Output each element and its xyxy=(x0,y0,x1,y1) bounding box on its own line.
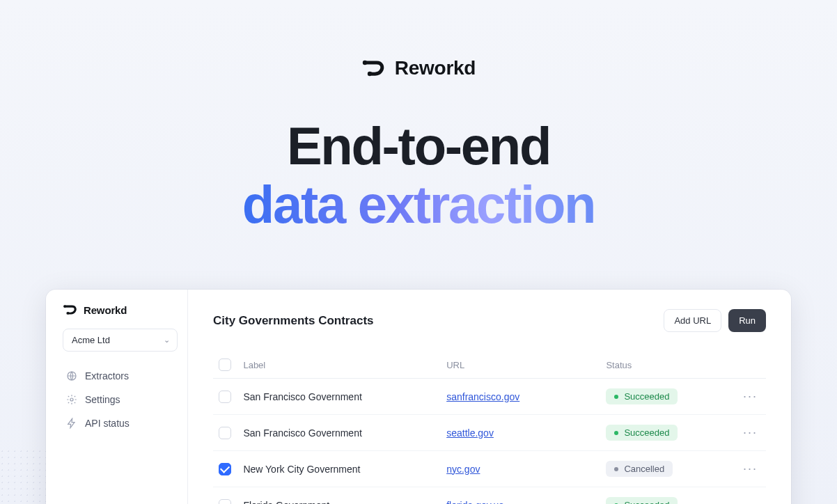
action-buttons: Add URL Run xyxy=(664,309,766,332)
row-label: New York City Government xyxy=(237,451,441,487)
svg-point-5 xyxy=(70,398,73,401)
col-header-status: Status xyxy=(600,352,731,379)
globe-icon xyxy=(65,370,78,382)
sidebar: Reworkd Acme Ltd ⌄ Extractors xyxy=(46,290,188,504)
status-dot-icon xyxy=(614,431,618,435)
row-url-link[interactable]: seattle.gov xyxy=(446,427,494,439)
status-badge: Succeeded xyxy=(606,497,678,504)
svg-point-1 xyxy=(368,72,372,76)
sidebar-item-label: API status xyxy=(85,418,130,429)
row-url-link[interactable]: sanfrancisco.gov xyxy=(446,391,519,402)
app-window: Reworkd Acme Ltd ⌄ Extractors xyxy=(46,290,791,504)
row-checkbox[interactable] xyxy=(219,427,231,439)
row-more-button[interactable]: ··· xyxy=(737,389,760,404)
row-url-link[interactable]: nyc.gov xyxy=(446,464,480,475)
status-dot-icon xyxy=(614,467,618,471)
sidebar-item-extractors[interactable]: Extractors xyxy=(63,364,178,388)
hero: Reworkd End-to-end data extraction xyxy=(0,0,837,233)
row-more-button[interactable]: ··· xyxy=(737,462,760,476)
row-label: San Francisco Government xyxy=(237,379,441,415)
org-select[interactable]: Acme Ltd ⌄ xyxy=(63,329,178,352)
sidebar-logo-icon xyxy=(63,304,78,316)
hero-title-line1: End-to-end xyxy=(287,118,550,174)
nav-list: Extractors Settings API status xyxy=(63,364,178,435)
row-checkbox[interactable] xyxy=(219,499,231,505)
sidebar-item-label: Settings xyxy=(85,394,120,405)
row-label: San Francisco Government xyxy=(237,415,441,451)
row-label: Florida Government xyxy=(237,487,441,505)
status-text: Succeeded xyxy=(624,500,669,504)
brand-name: Reworkd xyxy=(395,57,476,79)
data-table: Label URL Status San Francisco Governmen… xyxy=(213,352,766,504)
col-header-actions xyxy=(731,352,766,379)
sidebar-item-api-status[interactable]: API status xyxy=(63,411,178,435)
row-checkbox[interactable] xyxy=(219,463,231,475)
chevron-down-icon: ⌄ xyxy=(164,336,170,345)
row-more-button[interactable]: ··· xyxy=(737,425,760,440)
main-header: City Governments Contracts Add URL Run xyxy=(213,309,766,332)
hero-title-line2: data extraction xyxy=(242,177,595,233)
select-all-checkbox[interactable] xyxy=(219,359,231,371)
row-checkbox[interactable] xyxy=(219,391,231,403)
table-row: New York City Governmentnyc.govCancelled… xyxy=(213,451,766,487)
bolt-icon xyxy=(65,417,78,430)
sidebar-item-label: Extractors xyxy=(85,370,129,381)
sidebar-brand: Reworkd xyxy=(63,304,178,316)
brand-logo-icon xyxy=(361,58,386,78)
add-url-button[interactable]: Add URL xyxy=(664,309,721,332)
status-badge: Succeeded xyxy=(606,425,678,441)
row-more-button[interactable]: ··· xyxy=(737,498,760,504)
status-badge: Cancelled xyxy=(606,461,673,477)
col-header-label: Label xyxy=(237,352,441,379)
table-row: San Francisco Governmentseattle.govSucce… xyxy=(213,415,766,451)
status-text: Succeeded xyxy=(624,427,669,438)
org-select-value: Acme Ltd xyxy=(72,335,110,345)
status-dot-icon xyxy=(614,395,618,399)
sidebar-item-settings[interactable]: Settings xyxy=(63,388,178,411)
page-title: City Governments Contracts xyxy=(213,314,374,328)
gear-icon xyxy=(65,393,78,406)
row-url-link[interactable]: florida.gov.us xyxy=(446,500,503,505)
svg-point-3 xyxy=(66,312,69,315)
status-text: Succeeded xyxy=(624,391,669,402)
status-text: Cancelled xyxy=(624,464,664,474)
status-badge: Succeeded xyxy=(606,388,678,404)
main-content: City Governments Contracts Add URL Run L… xyxy=(188,290,791,504)
sidebar-brand-name: Reworkd xyxy=(84,304,127,316)
table-row: San Francisco Governmentsanfrancisco.gov… xyxy=(213,379,766,415)
col-header-url: URL xyxy=(441,352,600,379)
table-row: Florida Governmentflorida.gov.usSucceede… xyxy=(213,487,766,505)
brand: Reworkd xyxy=(361,57,476,79)
run-button[interactable]: Run xyxy=(728,309,766,332)
